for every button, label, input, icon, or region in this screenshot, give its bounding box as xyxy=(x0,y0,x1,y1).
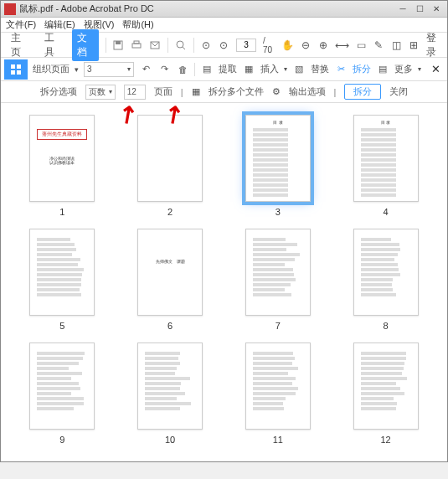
page-thumbnail[interactable]: 11 xyxy=(234,343,323,445)
output-options-icon: ⚙ xyxy=(272,86,281,97)
svg-rect-9 xyxy=(11,70,15,75)
login-link[interactable]: 登录 xyxy=(426,31,443,59)
organize-pages-icon[interactable] xyxy=(4,59,28,80)
comment-icon[interactable]: ✎ xyxy=(373,39,384,52)
page-thumbnail[interactable]: 8 xyxy=(341,229,430,331)
tab-home[interactable]: 主页 xyxy=(6,29,33,61)
page-number-label: 3 xyxy=(275,207,281,217)
svg-rect-2 xyxy=(132,44,141,48)
rotate-left-icon[interactable]: ↶ xyxy=(139,63,152,76)
split-multi-button[interactable]: 拆分多个文件 xyxy=(209,85,264,98)
hand-tool-icon[interactable]: ✋ xyxy=(281,39,294,52)
prev-page-icon[interactable]: ⊙ xyxy=(201,39,212,52)
mail-icon[interactable] xyxy=(149,39,161,52)
page-number-label: 4 xyxy=(384,207,389,217)
menu-help[interactable]: 帮助(H) xyxy=(122,18,153,31)
organize-label: 组织页面 xyxy=(33,63,70,75)
page-number-label: 10 xyxy=(165,435,175,445)
page-thumbnail[interactable]: 先师佛文 课题6 xyxy=(126,229,215,331)
more-icon: ▤ xyxy=(376,63,389,76)
svg-rect-1 xyxy=(116,41,121,44)
page-thumbnail[interactable]: 12 xyxy=(341,343,430,445)
fit-width-icon[interactable]: ⟷ xyxy=(336,39,349,52)
page-thumbnail[interactable]: 9 xyxy=(18,343,107,445)
close-button[interactable]: 关闭 xyxy=(389,85,408,98)
delete-icon[interactable]: 🗑 xyxy=(176,63,189,76)
svg-rect-7 xyxy=(11,64,15,69)
maximize-button[interactable]: ☐ xyxy=(412,3,427,15)
save-icon[interactable] xyxy=(112,39,124,52)
svg-rect-3 xyxy=(134,41,139,44)
thumbnail-grid-area: 藩州先生典藏资料净公和尚演说认识佛教读本12目 录3目 录45先师佛文 课题67… xyxy=(1,103,447,461)
page-number-label: 12 xyxy=(381,435,391,445)
page-number-label: 8 xyxy=(384,321,389,331)
chevron-down-icon[interactable]: ▾ xyxy=(75,65,79,74)
stamp-icon[interactable]: ⊞ xyxy=(409,39,420,52)
page-number-label: 11 xyxy=(273,435,283,445)
page-number-label: 5 xyxy=(59,321,64,331)
page-number-label: 6 xyxy=(167,321,173,331)
more-button[interactable]: 更多 xyxy=(394,63,413,75)
page-number-label: 9 xyxy=(59,435,64,445)
rotate-right-icon[interactable]: ↷ xyxy=(157,63,171,76)
zoom-out-icon[interactable]: ⊖ xyxy=(301,39,312,52)
fit-page-icon[interactable]: ▭ xyxy=(356,39,367,52)
highlight-icon[interactable]: ◫ xyxy=(391,39,402,52)
page-thumbnail[interactable]: 藩州先生典藏资料净公和尚演说认识佛教读本1 xyxy=(18,115,107,217)
svg-line-6 xyxy=(183,47,185,49)
close-window-button[interactable]: ✕ xyxy=(429,3,444,15)
organize-toolbar: 组织页面 ▾ 3▾ ↶ ↷ 🗑 ▤ 提取 ▦ 插入 ▾ ▧ 替换 ✂ 拆分 ▤ … xyxy=(1,58,447,81)
replace-button[interactable]: 替换 xyxy=(311,63,329,75)
page-thumbnail[interactable]: 目 录4 xyxy=(341,115,430,217)
minimize-button[interactable]: ─ xyxy=(395,3,410,15)
menubar: 文件(F) 编辑(E) 视图(V) 帮助(H) xyxy=(1,18,447,33)
pages-label: 页面 xyxy=(154,85,173,98)
page-thumbnail[interactable]: 2 xyxy=(126,115,215,217)
split-mode-dropdown[interactable]: 页数▾ xyxy=(85,85,116,100)
extract-button[interactable]: 提取 xyxy=(219,63,237,75)
window-title: 鼠标.pdf - Adobe Acrobat Pro DC xyxy=(19,3,394,15)
zoom-in-icon[interactable]: ⊕ xyxy=(318,39,329,52)
svg-rect-10 xyxy=(17,70,21,75)
split-multi-icon: ▦ xyxy=(192,86,200,97)
insert-button[interactable]: 插入 xyxy=(260,63,279,75)
split-button[interactable]: 拆分 xyxy=(353,63,371,75)
main-toolbar: 主页 工具 文档 ⊙ ⊙ / 70 ✋ ⊖ ⊕ ⟷ ▭ ✎ ◫ ⊞ 登录 xyxy=(1,33,447,58)
split-options-label: 拆分选项 xyxy=(40,85,77,98)
page-total: / 70 xyxy=(263,36,275,54)
page-select-dropdown[interactable]: 3▾ xyxy=(84,62,134,77)
tab-document[interactable]: 文档 xyxy=(72,29,99,61)
insert-icon: ▦ xyxy=(242,63,255,76)
page-thumbnail[interactable]: 目 录3 xyxy=(234,115,323,217)
svg-rect-8 xyxy=(17,64,21,69)
extract-icon: ▤ xyxy=(200,63,214,76)
split-count-input[interactable]: 12 xyxy=(124,85,146,100)
output-options-button[interactable]: 输出选项 xyxy=(289,85,326,98)
next-page-icon[interactable]: ⊙ xyxy=(219,39,229,52)
print-icon[interactable] xyxy=(131,39,142,52)
page-number-label: 2 xyxy=(167,207,173,217)
split-options-toolbar: 拆分选项 页数▾ 12 页面 | ▦ 拆分多个文件 ⚙ 输出选项 | 拆分 关闭 xyxy=(1,81,447,103)
replace-icon: ▧ xyxy=(292,63,306,76)
page-thumbnail[interactable]: 7 xyxy=(234,229,323,331)
split-confirm-button[interactable]: 拆分 xyxy=(344,84,381,100)
search-icon[interactable] xyxy=(175,39,187,52)
app-icon xyxy=(4,3,16,15)
close-panel-button[interactable]: ✕ xyxy=(431,63,440,75)
page-thumbnail[interactable]: 5 xyxy=(18,229,107,331)
scissors-icon: ✂ xyxy=(334,63,348,76)
page-thumbnail[interactable]: 10 xyxy=(126,343,215,445)
svg-point-5 xyxy=(177,41,183,48)
page-number-input[interactable] xyxy=(236,39,256,52)
tab-tools[interactable]: 工具 xyxy=(39,29,66,61)
page-number-label: 1 xyxy=(59,207,64,217)
page-number-label: 7 xyxy=(275,321,281,331)
